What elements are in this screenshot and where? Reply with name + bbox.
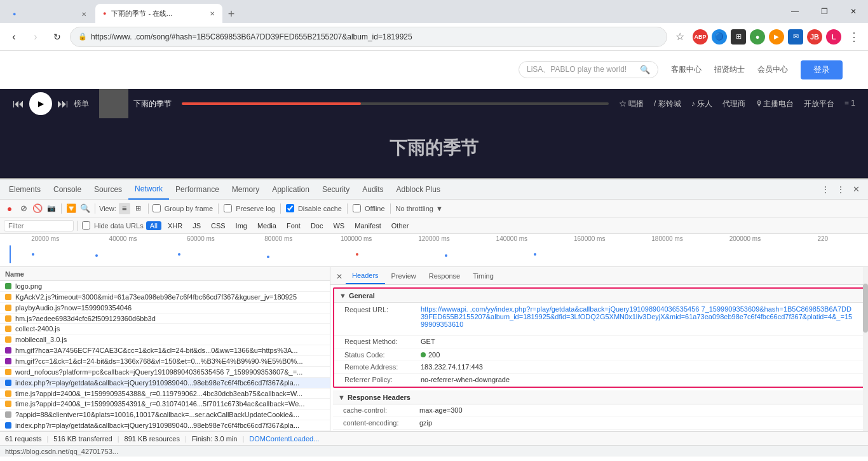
devtools-tab-sources[interactable]: Sources — [88, 179, 128, 200]
nav-member[interactable]: 会员中心 — [757, 64, 788, 75]
ext-abp[interactable]: ABP — [693, 29, 708, 45]
screenshot-btn[interactable]: 📷 — [46, 203, 57, 214]
search-icon[interactable]: 🔍 — [640, 65, 650, 74]
tab-1[interactable]: ● ✕ — [5, 5, 94, 23]
details-scrollbar-thumb[interactable] — [863, 284, 868, 333]
devtools-tab-security[interactable]: Security — [316, 179, 356, 200]
back-btn[interactable]: ‹ — [5, 28, 23, 46]
ext-3[interactable]: ⊞ — [731, 29, 746, 45]
devtools-tab-network[interactable]: Network — [128, 179, 169, 200]
ext-6[interactable]: ✉ — [788, 29, 803, 45]
request-row-word[interactable]: word_nofocus?platform=pc&callback=jQuery… — [0, 367, 330, 378]
throttle-arrow[interactable]: ▼ — [436, 205, 443, 212]
request-row-timejs2[interactable]: time.js?appid=2400&_t=1599909354391&_r=0… — [0, 399, 330, 409]
bookmark-btn[interactable]: ☆ — [671, 28, 689, 46]
request-row-logo[interactable]: logo.png — [0, 281, 330, 292]
request-row-hm[interactable]: hm.js?aedee6983d4cfc62f509129360d6bb3d — [0, 313, 330, 324]
devtools-tab-performance[interactable]: Performance — [169, 179, 226, 200]
charts-btn[interactable]: 榜单 — [74, 99, 89, 109]
list-view-btn[interactable]: ≡ — [119, 203, 130, 214]
filter-xhr[interactable]: XHR — [164, 221, 186, 230]
filter-other[interactable]: Other — [388, 221, 413, 230]
details-tab-response[interactable]: Response — [423, 268, 467, 284]
devtools-close-icon[interactable]: ✕ — [849, 182, 863, 196]
request-row-timejs1[interactable]: time.js?appid=2400&_t=1599909354388&_r=0… — [0, 389, 330, 399]
request-row-index2[interactable]: index.php?r=play/getdata&callback=jQuery… — [0, 420, 330, 431]
maximize-btn[interactable]: ❐ — [810, 2, 839, 21]
ext-profile[interactable]: JB — [807, 29, 822, 45]
devtools-tab-memory[interactable]: Memory — [226, 179, 266, 200]
details-close-btn[interactable]: ✕ — [333, 269, 346, 284]
all-badge[interactable]: All — [146, 221, 161, 230]
search-input[interactable]: LiSA、PABLO play the world! — [527, 64, 640, 75]
request-row-hmgif2[interactable]: hm.gif?cc=1&ck=1&cl=24-bit&ds=1366x768&v… — [0, 356, 330, 367]
request-row-mobilecall[interactable]: mobilecall_3.0.js — [0, 334, 330, 345]
nav-ring[interactable]: / 彩铃城 — [654, 99, 681, 109]
progress-bar[interactable] — [182, 102, 609, 105]
details-scrollbar[interactable] — [863, 267, 868, 431]
group-by-frame-checkbox[interactable] — [153, 204, 161, 212]
clear-btn[interactable]: 🚫 — [32, 203, 43, 214]
ext-4[interactable]: ● — [750, 29, 765, 45]
prev-btn[interactable]: ⏮ — [13, 97, 24, 111]
search-icon-btn[interactable]: 🔍 — [79, 203, 91, 214]
details-tab-preview[interactable]: Preview — [385, 268, 423, 284]
request-row-playby[interactable]: playbyAudio.js?now=1599909354046 — [0, 303, 330, 313]
menu-btn[interactable]: ⋮ — [845, 28, 863, 46]
close-btn[interactable]: ✕ — [839, 2, 868, 21]
devtools-tab-elements[interactable]: Elements — [3, 179, 47, 200]
details-tab-timing[interactable]: Timing — [466, 268, 500, 284]
tab-2-close[interactable]: ✕ — [210, 10, 215, 17]
next-btn[interactable]: ⏭ — [57, 97, 69, 111]
tab-2[interactable]: ● 下雨的季节 - 在线... ✕ — [95, 4, 222, 23]
grid-view-btn[interactable]: ⊞ — [133, 203, 144, 214]
filter-css[interactable]: CSS — [207, 221, 229, 230]
play-button[interactable]: ▶ — [29, 92, 52, 115]
nav-agent[interactable]: 代理商 — [722, 99, 745, 109]
devtools-tab-audits[interactable]: Audits — [356, 179, 390, 200]
filter-doc[interactable]: Doc — [307, 221, 327, 230]
preserve-log-checkbox[interactable] — [224, 204, 232, 212]
filter-icon[interactable]: 🔽 — [65, 203, 77, 214]
request-row-collect[interactable]: collect-2400.js — [0, 324, 330, 334]
request-url-value[interactable]: https://wwwapi. .com/yy/index.php?r=play… — [421, 305, 854, 333]
nav-sing[interactable]: ☆ 唱播 — [619, 99, 644, 109]
forward-btn[interactable]: › — [27, 28, 44, 46]
details-tab-headers[interactable]: Headers — [346, 268, 385, 284]
ext-avatar[interactable]: L — [826, 29, 841, 45]
filter-img[interactable]: Img — [232, 221, 251, 230]
devtools-more-icon[interactable]: ⋮ — [834, 182, 848, 196]
hide-data-urls-checkbox[interactable] — [82, 221, 90, 230]
ext-5[interactable]: ▶ — [769, 29, 784, 45]
minimize-btn[interactable]: — — [780, 2, 810, 21]
site-search[interactable]: LiSA、PABLO play the world! 🔍 — [519, 61, 658, 78]
nav-musician[interactable]: ♪ 乐人 — [691, 99, 712, 109]
devtools-settings-icon[interactable]: ⋮ — [818, 182, 832, 196]
nav-recruit[interactable]: 招贤纳士 — [714, 64, 745, 75]
request-row-appid[interactable]: ?appid=88&clientver=10&plats=10016,10017… — [0, 409, 330, 420]
response-headers-header[interactable]: ▼ Response Headers — [333, 390, 865, 404]
nav-open2[interactable]: = 1 — [844, 99, 855, 109]
nav-open[interactable]: 开放平台 — [804, 99, 834, 109]
stop-btn[interactable]: ⊘ — [18, 203, 29, 214]
request-row-index-selected[interactable]: index.php?r=play/getdata&callback=jQuery… — [0, 378, 330, 389]
devtools-tab-console[interactable]: Console — [47, 179, 88, 200]
general-section-header[interactable]: ▼ General — [334, 289, 864, 303]
filter-input[interactable] — [4, 220, 74, 231]
devtools-tab-application[interactable]: Application — [266, 179, 316, 200]
tab-1-close[interactable]: ✕ — [81, 11, 86, 18]
nav-customer[interactable]: 客服中心 — [671, 64, 702, 75]
request-row-hmgif1[interactable]: hm.gif?hca=3A7456ECF74CAE3C&cc=1&ck=1&cl… — [0, 345, 330, 356]
address-bar[interactable]: 🔒 https://www. .com/song/#hash=1B5C86985… — [70, 27, 667, 47]
ext-2[interactable]: 🔵 — [712, 29, 727, 45]
record-btn[interactable]: ● — [4, 203, 15, 214]
filter-manifest[interactable]: Manifest — [351, 221, 385, 230]
filter-media[interactable]: Media — [254, 221, 280, 230]
new-tab-btn[interactable]: + — [222, 5, 240, 23]
nav-anchor[interactable]: 🎙主播电台 — [756, 99, 794, 109]
disable-cache-checkbox[interactable] — [286, 204, 294, 212]
offline-checkbox[interactable] — [353, 204, 361, 212]
filter-ws[interactable]: WS — [329, 221, 348, 230]
login-button[interactable]: 登录 — [801, 60, 843, 79]
devtools-tab-adblock[interactable]: Adblock Plus — [390, 179, 447, 200]
